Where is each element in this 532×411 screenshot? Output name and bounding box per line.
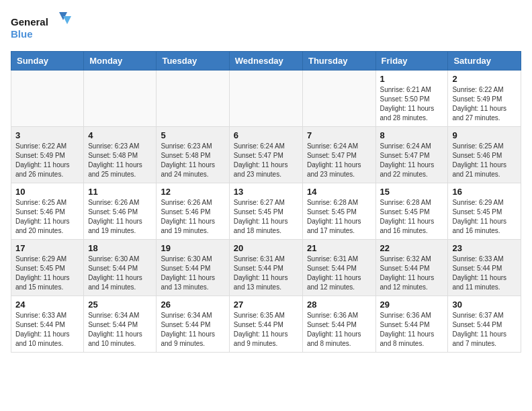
day-info: Sunrise: 6:29 AM Sunset: 5:45 PM Dayligh… <box>15 255 79 292</box>
day-number: 5 <box>161 130 224 140</box>
calendar-cell: 28Sunrise: 6:36 AM Sunset: 5:44 PM Dayli… <box>302 296 375 353</box>
calendar-cell: 12Sunrise: 6:26 AM Sunset: 5:46 PM Dayli… <box>157 183 229 240</box>
day-number: 4 <box>88 130 152 140</box>
weekday-header-sunday: Sunday <box>11 52 84 71</box>
day-number: 21 <box>307 243 371 253</box>
calendar-week-2: 3Sunrise: 6:22 AM Sunset: 5:49 PM Daylig… <box>11 127 521 183</box>
day-number: 8 <box>380 130 444 140</box>
day-number: 25 <box>88 300 152 310</box>
day-number: 1 <box>380 74 444 84</box>
calendar-cell <box>11 71 84 127</box>
logo: General Blue <box>11 11 71 43</box>
day-number: 16 <box>452 187 517 197</box>
calendar-cell: 24Sunrise: 6:33 AM Sunset: 5:44 PM Dayli… <box>11 296 84 353</box>
day-number: 9 <box>452 130 517 140</box>
calendar-cell: 13Sunrise: 6:27 AM Sunset: 5:45 PM Dayli… <box>229 183 302 240</box>
calendar-week-5: 24Sunrise: 6:33 AM Sunset: 5:44 PM Dayli… <box>11 296 521 353</box>
day-info: Sunrise: 6:25 AM Sunset: 5:46 PM Dayligh… <box>15 198 79 236</box>
calendar-cell: 30Sunrise: 6:37 AM Sunset: 5:44 PM Dayli… <box>448 296 521 353</box>
calendar-cell: 9Sunrise: 6:25 AM Sunset: 5:46 PM Daylig… <box>448 127 521 183</box>
day-info: Sunrise: 6:33 AM Sunset: 5:44 PM Dayligh… <box>452 255 517 292</box>
day-number: 14 <box>307 187 371 197</box>
day-info: Sunrise: 6:31 AM Sunset: 5:44 PM Dayligh… <box>234 255 298 292</box>
day-info: Sunrise: 6:25 AM Sunset: 5:46 PM Dayligh… <box>452 142 517 179</box>
day-info: Sunrise: 6:36 AM Sunset: 5:44 PM Dayligh… <box>307 311 371 349</box>
calendar-week-3: 10Sunrise: 6:25 AM Sunset: 5:46 PM Dayli… <box>11 183 521 240</box>
svg-text:General: General <box>11 16 48 28</box>
day-number: 15 <box>380 187 444 197</box>
day-number: 29 <box>380 300 444 310</box>
calendar-cell: 29Sunrise: 6:36 AM Sunset: 5:44 PM Dayli… <box>375 296 448 353</box>
day-number: 12 <box>161 187 224 197</box>
day-number: 24 <box>15 300 79 310</box>
day-info: Sunrise: 6:35 AM Sunset: 5:44 PM Dayligh… <box>234 311 298 349</box>
weekday-header-wednesday: Wednesday <box>229 52 302 71</box>
day-info: Sunrise: 6:32 AM Sunset: 5:44 PM Dayligh… <box>380 255 444 292</box>
day-info: Sunrise: 6:28 AM Sunset: 5:45 PM Dayligh… <box>380 198 444 236</box>
day-number: 23 <box>452 243 517 253</box>
day-info: Sunrise: 6:31 AM Sunset: 5:44 PM Dayligh… <box>307 255 371 292</box>
calendar-cell: 18Sunrise: 6:30 AM Sunset: 5:44 PM Dayli… <box>84 240 157 296</box>
day-info: Sunrise: 6:34 AM Sunset: 5:44 PM Dayligh… <box>88 311 152 349</box>
calendar-header-row: SundayMondayTuesdayWednesdayThursdayFrid… <box>11 52 521 71</box>
calendar-cell: 20Sunrise: 6:31 AM Sunset: 5:44 PM Dayli… <box>229 240 302 296</box>
weekday-header-thursday: Thursday <box>302 52 375 71</box>
day-number: 20 <box>234 243 298 253</box>
day-info: Sunrise: 6:28 AM Sunset: 5:45 PM Dayligh… <box>307 198 371 236</box>
calendar-cell: 19Sunrise: 6:30 AM Sunset: 5:44 PM Dayli… <box>157 240 229 296</box>
calendar-cell: 26Sunrise: 6:34 AM Sunset: 5:44 PM Dayli… <box>157 296 229 353</box>
day-info: Sunrise: 6:27 AM Sunset: 5:45 PM Dayligh… <box>234 198 298 236</box>
day-number: 11 <box>88 187 152 197</box>
calendar-cell <box>157 71 229 127</box>
calendar-week-4: 17Sunrise: 6:29 AM Sunset: 5:45 PM Dayli… <box>11 240 521 296</box>
day-info: Sunrise: 6:29 AM Sunset: 5:45 PM Dayligh… <box>452 198 517 236</box>
day-number: 28 <box>307 300 371 310</box>
calendar-cell <box>229 71 302 127</box>
day-info: Sunrise: 6:22 AM Sunset: 5:49 PM Dayligh… <box>452 85 517 123</box>
day-number: 10 <box>15 187 79 197</box>
svg-marker-3 <box>63 16 71 24</box>
day-info: Sunrise: 6:30 AM Sunset: 5:44 PM Dayligh… <box>161 255 224 292</box>
calendar-cell: 25Sunrise: 6:34 AM Sunset: 5:44 PM Dayli… <box>84 296 157 353</box>
calendar-cell: 22Sunrise: 6:32 AM Sunset: 5:44 PM Dayli… <box>375 240 448 296</box>
day-info: Sunrise: 6:33 AM Sunset: 5:44 PM Dayligh… <box>15 311 79 349</box>
calendar-cell: 10Sunrise: 6:25 AM Sunset: 5:46 PM Dayli… <box>11 183 84 240</box>
weekday-header-tuesday: Tuesday <box>157 52 229 71</box>
day-info: Sunrise: 6:24 AM Sunset: 5:47 PM Dayligh… <box>234 142 298 179</box>
day-info: Sunrise: 6:23 AM Sunset: 5:48 PM Dayligh… <box>88 142 152 179</box>
calendar-cell: 4Sunrise: 6:23 AM Sunset: 5:48 PM Daylig… <box>84 127 157 183</box>
weekday-header-friday: Friday <box>375 52 448 71</box>
day-info: Sunrise: 6:36 AM Sunset: 5:44 PM Dayligh… <box>380 311 444 349</box>
calendar-cell: 11Sunrise: 6:26 AM Sunset: 5:46 PM Dayli… <box>84 183 157 240</box>
day-number: 17 <box>15 243 79 253</box>
day-number: 2 <box>452 74 517 84</box>
calendar-cell: 7Sunrise: 6:24 AM Sunset: 5:47 PM Daylig… <box>302 127 375 183</box>
day-number: 26 <box>161 300 224 310</box>
calendar-cell: 15Sunrise: 6:28 AM Sunset: 5:45 PM Dayli… <box>375 183 448 240</box>
day-number: 18 <box>88 243 152 253</box>
calendar-cell <box>84 71 157 127</box>
day-number: 3 <box>15 130 79 140</box>
day-number: 30 <box>452 300 517 310</box>
calendar-cell: 2Sunrise: 6:22 AM Sunset: 5:49 PM Daylig… <box>448 71 521 127</box>
calendar-cell: 27Sunrise: 6:35 AM Sunset: 5:44 PM Dayli… <box>229 296 302 353</box>
day-info: Sunrise: 6:21 AM Sunset: 5:50 PM Dayligh… <box>380 85 444 123</box>
calendar-cell: 6Sunrise: 6:24 AM Sunset: 5:47 PM Daylig… <box>229 127 302 183</box>
calendar-cell: 21Sunrise: 6:31 AM Sunset: 5:44 PM Dayli… <box>302 240 375 296</box>
calendar-cell: 17Sunrise: 6:29 AM Sunset: 5:45 PM Dayli… <box>11 240 84 296</box>
weekday-header-saturday: Saturday <box>448 52 521 71</box>
calendar-cell: 16Sunrise: 6:29 AM Sunset: 5:45 PM Dayli… <box>448 183 521 240</box>
day-number: 7 <box>307 130 371 140</box>
day-info: Sunrise: 6:26 AM Sunset: 5:46 PM Dayligh… <box>88 198 152 236</box>
logo-svg: General Blue <box>11 11 71 43</box>
calendar-week-1: 1Sunrise: 6:21 AM Sunset: 5:50 PM Daylig… <box>11 71 521 127</box>
page-header: General Blue <box>11 11 521 43</box>
calendar-cell: 8Sunrise: 6:24 AM Sunset: 5:47 PM Daylig… <box>375 127 448 183</box>
calendar-cell: 1Sunrise: 6:21 AM Sunset: 5:50 PM Daylig… <box>375 71 448 127</box>
svg-text:Blue: Blue <box>11 28 33 40</box>
day-info: Sunrise: 6:22 AM Sunset: 5:49 PM Dayligh… <box>15 142 79 179</box>
calendar-cell: 23Sunrise: 6:33 AM Sunset: 5:44 PM Dayli… <box>448 240 521 296</box>
day-number: 27 <box>234 300 298 310</box>
day-number: 6 <box>234 130 298 140</box>
calendar-cell: 3Sunrise: 6:22 AM Sunset: 5:49 PM Daylig… <box>11 127 84 183</box>
